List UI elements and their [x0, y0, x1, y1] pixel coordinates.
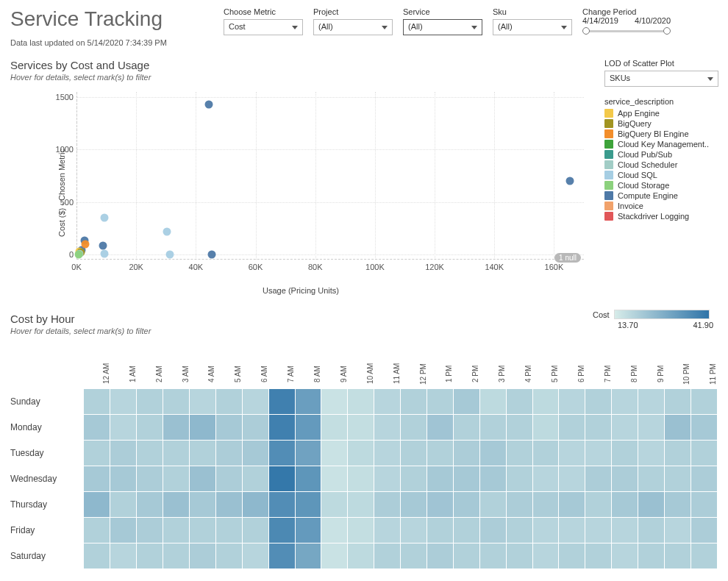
heatmap-cell[interactable]	[427, 388, 453, 414]
heatmap-cell[interactable]	[189, 517, 215, 543]
heatmap-cell[interactable]	[295, 388, 321, 414]
heatmap-cell[interactable]	[84, 491, 110, 517]
heatmap-cell[interactable]	[163, 414, 190, 440]
heatmap-cell[interactable]	[110, 491, 137, 517]
heatmap-cell[interactable]	[348, 466, 374, 491]
scatter-point[interactable]	[82, 240, 90, 248]
heatmap-cell[interactable]	[268, 440, 295, 466]
heatmap-cell[interactable]	[295, 466, 321, 491]
heatmap-cell[interactable]	[84, 543, 110, 568]
heatmap-cell[interactable]	[295, 517, 321, 543]
heatmap-cell[interactable]	[374, 466, 401, 491]
heatmap-cell[interactable]	[585, 414, 612, 440]
heatmap-cell[interactable]	[479, 414, 506, 440]
heatmap-cell[interactable]	[242, 414, 268, 440]
heatmap-cell[interactable]	[506, 440, 532, 466]
period-slider-start-knob[interactable]	[582, 27, 590, 35]
heatmap-cell[interactable]	[321, 491, 348, 517]
heatmap-cell[interactable]	[321, 466, 348, 491]
heatmap-cell[interactable]	[506, 466, 532, 491]
heatmap-cell[interactable]	[585, 466, 612, 491]
heatmap-cell[interactable]	[638, 388, 665, 414]
heatmap-cell[interactable]	[110, 543, 137, 568]
heatmap-cell[interactable]	[137, 491, 163, 517]
scatter-null-badge[interactable]: 1 null	[554, 253, 581, 263]
heatmap-cell[interactable]	[427, 491, 453, 517]
heatmap-cell[interactable]	[321, 388, 348, 414]
heatmap-cell[interactable]	[348, 440, 374, 466]
heatmap-cell[interactable]	[321, 543, 348, 568]
heatmap-cell[interactable]	[84, 517, 110, 543]
heatmap-cell[interactable]	[137, 543, 163, 568]
legend-item[interactable]: Cloud Scheduler	[604, 160, 718, 169]
heatmap-cell[interactable]	[585, 440, 612, 466]
heatmap-cell[interactable]	[163, 543, 190, 568]
heatmap-cell[interactable]	[612, 517, 638, 543]
heatmap-cell[interactable]	[242, 388, 268, 414]
legend-item[interactable]: Cloud Pub/Sub	[604, 150, 718, 159]
heatmap-cell[interactable]	[189, 440, 215, 466]
filter-service-select[interactable]: (All)	[403, 19, 482, 35]
heatmap-cell[interactable]	[374, 543, 401, 568]
heatmap-cell[interactable]	[242, 440, 268, 466]
heatmap-cell[interactable]	[612, 543, 638, 568]
heatmap-cell[interactable]	[137, 517, 163, 543]
heatmap-cell[interactable]	[559, 491, 585, 517]
heatmap-cell[interactable]	[242, 491, 268, 517]
legend-item[interactable]: Invoice	[604, 202, 718, 210]
heatmap-cell[interactable]	[137, 388, 163, 414]
heatmap-cell[interactable]	[427, 440, 453, 466]
scatter-point[interactable]	[204, 101, 213, 109]
heatmap-cell[interactable]	[559, 517, 585, 543]
heatmap-cell[interactable]	[612, 440, 638, 466]
heatmap-cell[interactable]	[453, 543, 479, 568]
heatmap-cell[interactable]	[268, 517, 295, 543]
heatmap-cell[interactable]	[84, 440, 110, 466]
heatmap-cell[interactable]	[585, 543, 612, 568]
legend-item[interactable]: BigQuery	[604, 119, 718, 128]
heatmap-cell[interactable]	[84, 414, 110, 440]
heatmap-cell[interactable]	[401, 491, 427, 517]
scatter-point[interactable]	[207, 250, 215, 258]
heatmap-cell[interactable]	[532, 543, 559, 568]
legend-item[interactable]: Stackdriver Logging	[604, 212, 718, 221]
heatmap-cell[interactable]	[401, 466, 427, 491]
heatmap-cell[interactable]	[427, 543, 453, 568]
heatmap-cell[interactable]	[110, 388, 137, 414]
scatter-point[interactable]	[100, 214, 108, 222]
heatmap-cell[interactable]	[453, 388, 479, 414]
heatmap-cell[interactable]	[163, 388, 190, 414]
heatmap-cell[interactable]	[664, 543, 690, 568]
heatmap-cell[interactable]	[215, 388, 242, 414]
heatmap-cell[interactable]	[585, 517, 612, 543]
heatmap-cell[interactable]	[585, 491, 612, 517]
heatmap-cell[interactable]	[664, 414, 690, 440]
heatmap-cell[interactable]	[532, 491, 559, 517]
heatmap-cell[interactable]	[110, 466, 137, 491]
heatmap-cell[interactable]	[189, 466, 215, 491]
heatmap-cell[interactable]	[215, 414, 242, 440]
heatmap-cell[interactable]	[268, 414, 295, 440]
heatmap-cell[interactable]	[374, 414, 401, 440]
heatmap-cell[interactable]	[189, 491, 215, 517]
heatmap-cell[interactable]	[690, 517, 717, 543]
heatmap-cell[interactable]	[427, 517, 453, 543]
heatmap-cell[interactable]	[690, 466, 717, 491]
heatmap-cell[interactable]	[189, 388, 215, 414]
heatmap-cell[interactable]	[690, 440, 717, 466]
heatmap-cell[interactable]	[479, 517, 506, 543]
period-slider-end-knob[interactable]	[663, 27, 671, 35]
heatmap-cell[interactable]	[163, 491, 190, 517]
heatmap-cell[interactable]	[242, 543, 268, 568]
heatmap-cell[interactable]	[163, 440, 190, 466]
heatmap-cell[interactable]	[453, 466, 479, 491]
scatter-point[interactable]	[99, 242, 107, 250]
legend-item[interactable]: Cloud SQL	[604, 171, 718, 179]
heatmap-cell[interactable]	[664, 491, 690, 517]
heatmap-cell[interactable]	[84, 388, 110, 414]
scatter-point[interactable]	[163, 227, 171, 235]
heatmap-cell[interactable]	[295, 491, 321, 517]
heatmap-cell[interactable]	[532, 414, 559, 440]
heatmap-cell[interactable]	[453, 414, 479, 440]
heatmap-cell[interactable]	[110, 414, 137, 440]
